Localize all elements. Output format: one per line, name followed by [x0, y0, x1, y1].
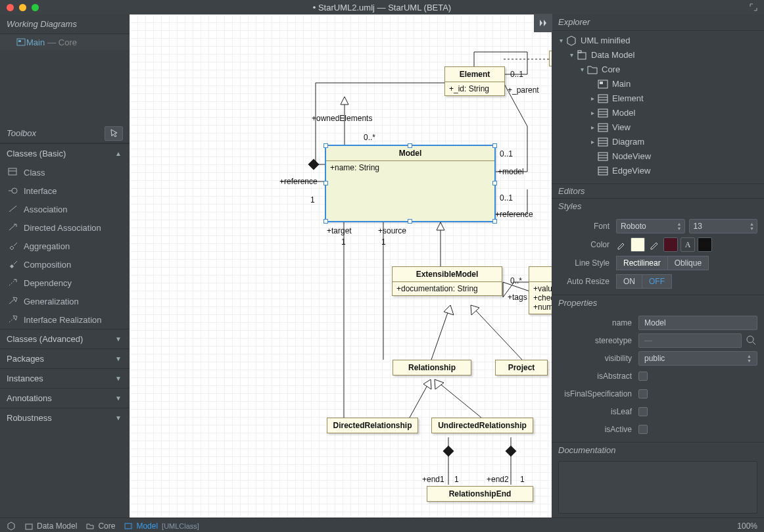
prop-isactive-label: isActive — [558, 425, 632, 434]
svg-rect-40 — [598, 109, 608, 117]
canvas-area[interactable]: +ownedElements 0..* 0..1 +_parent 0..1 +… — [130, 14, 552, 518]
prop-visibility-select[interactable]: public▲▼ — [638, 351, 757, 366]
toolbox-group-robustness[interactable]: Robustness▼ — [0, 408, 130, 427]
multiplicity: 1 — [381, 237, 386, 247]
project-icon — [7, 521, 16, 531]
svg-rect-1 — [18, 40, 21, 42]
tool-association[interactable]: Association — [0, 200, 130, 218]
autoresize-on-button[interactable]: ON — [616, 274, 642, 289]
svg-line-29 — [435, 379, 481, 418]
tree-item-element[interactable]: ▸Element — [557, 91, 764, 106]
toolbox-basic-list: Class Interface Association Directed Ass… — [0, 163, 130, 329]
tool-interface-realization[interactable]: Interface Realization — [0, 310, 130, 329]
canvas[interactable]: +ownedElements 0..* 0..1 +_parent 0..1 +… — [130, 14, 552, 518]
assoc-label: +target — [327, 226, 352, 235]
collapse-right-button[interactable] — [534, 14, 552, 32]
linestyle-oblique-button[interactable]: Oblique — [668, 256, 709, 270]
toolbox-group-instances[interactable]: Instances▼ — [0, 368, 130, 388]
uml-class-relationshipend[interactable]: RelationshipEnd — [427, 486, 533, 502]
uml-class-model[interactable]: Model +name: String — [325, 145, 495, 222]
font-size-select[interactable]: 13▲▼ — [689, 219, 758, 233]
tool-composition[interactable]: Composition — [0, 255, 130, 274]
svg-rect-43 — [598, 124, 608, 132]
text-color-button[interactable]: A — [680, 237, 695, 252]
tree-item-main[interactable]: Main — [557, 77, 764, 91]
tool-aggregation[interactable]: Aggregation — [0, 237, 130, 255]
svg-line-27 — [410, 379, 431, 418]
prop-isfinal-checkbox[interactable] — [638, 389, 648, 399]
svg-line-56 — [753, 342, 755, 345]
toolbox-group-basic[interactable]: Classes (Basic)▲ — [0, 143, 130, 163]
toolbox-group-packages[interactable]: Packages▼ — [0, 349, 130, 368]
styles-header: Styles — [552, 198, 764, 213]
tree-item-model[interactable]: ▸Model — [557, 106, 764, 120]
prop-isleaf-checkbox[interactable] — [638, 407, 648, 416]
uml-class-directedrelationship[interactable]: DirectedRelationship — [327, 418, 418, 433]
fill-color-swatch[interactable] — [631, 237, 645, 252]
uml-class-project[interactable]: Project — [495, 360, 548, 375]
prop-stereotype-input[interactable]: — — [638, 333, 742, 348]
breadcrumb-core[interactable]: Core — [86, 521, 115, 531]
assoc-label: +reference — [279, 177, 318, 186]
breadcrumb-data-model[interactable]: Data Model — [25, 521, 77, 531]
working-diagram-main[interactable]: Main — Core — [0, 34, 130, 50]
tree-item-view[interactable]: ▸View — [557, 120, 764, 135]
uml-class-extensiblemodel[interactable]: ExtensibleModel +documentation: String — [392, 266, 502, 296]
assoc-label: +end2 — [487, 475, 509, 484]
dependency-icon — [8, 278, 18, 288]
composition-diamond — [443, 446, 454, 457]
font-label: Font — [558, 222, 609, 231]
toolbox-group-advanced[interactable]: Classes (Advanced)▼ — [0, 329, 130, 349]
window-title: • StarUML2.umlj — StarUML (BETA) — [0, 3, 764, 12]
prop-name-input[interactable]: Model — [638, 316, 757, 330]
svg-marker-23 — [444, 305, 454, 315]
tree-item-uml-minified[interactable]: ▾UML minified — [557, 34, 764, 48]
line-color-swatch[interactable] — [663, 237, 678, 252]
text-color-swatch[interactable] — [698, 237, 712, 252]
toolbox-group-annotations[interactable]: Annotations▼ — [0, 388, 130, 408]
svg-marker-25 — [471, 305, 479, 315]
uml-note[interactable]: _parent should refer to the El — [549, 51, 552, 66]
linestyle-label: Line Style — [558, 258, 609, 268]
assoc-label: +ownedElements — [312, 114, 372, 123]
uml-class-undirectedrelationship[interactable]: UndirectedRelationship — [431, 418, 533, 433]
font-family-select[interactable]: Roboto▲▼ — [616, 219, 685, 233]
realization-icon — [8, 314, 18, 325]
eyedropper-icon[interactable] — [616, 239, 628, 251]
search-icon[interactable] — [746, 335, 757, 347]
tree-item-nodeview[interactable]: NodeView — [557, 149, 764, 164]
select-tool-button[interactable] — [105, 126, 123, 141]
tool-class[interactable]: Class — [0, 163, 130, 181]
tool-generalization[interactable]: Generalization — [0, 292, 130, 310]
documentation-textarea[interactable] — [558, 461, 757, 514]
tool-interface[interactable]: Interface — [0, 181, 130, 200]
titlebar: • StarUML2.umlj — StarUML (BETA) — [0, 0, 764, 14]
tree-item-core[interactable]: ▾Core — [557, 62, 764, 77]
prop-isabstract-checkbox[interactable] — [638, 372, 648, 381]
multiplicity: 0..* — [364, 133, 375, 142]
tree-item-diagram[interactable]: ▸Diagram — [557, 135, 764, 149]
uml-class-relationship[interactable]: Relationship — [393, 360, 471, 375]
tree-item-edgeview[interactable]: EdgeView — [557, 164, 764, 178]
prop-name-label: name — [558, 318, 632, 327]
tool-directed-association[interactable]: Directed Association — [0, 218, 130, 237]
uml-class-element[interactable]: Element +_id: String — [444, 66, 505, 96]
assoc-label: +reference — [495, 210, 533, 219]
uml-class-tag[interactable]: Tag +value: String +checked: Boolean +nu… — [529, 266, 552, 314]
svg-rect-57 — [26, 524, 32, 529]
prop-isactive-checkbox[interactable] — [638, 425, 648, 434]
pencil-icon[interactable] — [649, 239, 661, 251]
multiplicity: 0..1 — [510, 70, 523, 79]
tree-item-data-model[interactable]: ▾Data Model — [557, 48, 764, 62]
linestyle-rectilinear-button[interactable]: Rectilinear — [616, 256, 668, 270]
multiplicity: 0..* — [510, 276, 522, 285]
zoom-level[interactable]: 100% — [737, 521, 757, 531]
explorer-tree[interactable]: ▾UML minified▾Data Model▾CoreMain▸Elemen… — [552, 31, 764, 183]
assoc-label: +tags — [508, 293, 527, 302]
autoresize-off-button[interactable]: OFF — [642, 274, 672, 289]
breadcrumb-model[interactable]: Model[UMLClass] — [124, 521, 199, 531]
tool-dependency[interactable]: Dependency — [0, 274, 130, 292]
fullscreen-icon[interactable] — [750, 3, 757, 11]
association-icon — [8, 204, 18, 214]
svg-line-6 — [9, 206, 16, 212]
